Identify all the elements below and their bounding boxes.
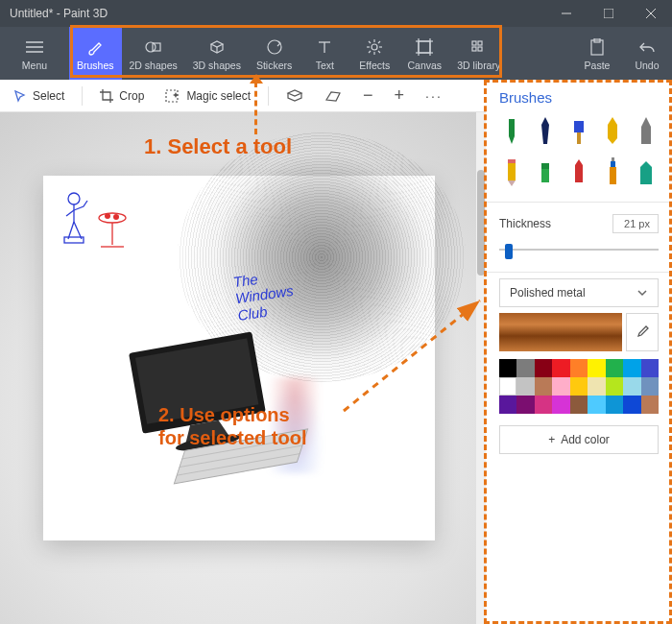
minimize-button[interactable] <box>545 0 588 27</box>
thickness-label: Thickness <box>499 217 551 230</box>
scrollbar-thumb[interactable] <box>477 170 485 276</box>
brush-watercolor[interactable] <box>599 115 625 148</box>
svg-rect-47 <box>577 132 581 144</box>
svg-point-38 <box>113 214 119 220</box>
palette-color[interactable] <box>623 377 640 396</box>
brush-eraser[interactable] <box>533 156 559 188</box>
brush-crayon[interactable] <box>566 156 592 188</box>
computer-drawing <box>120 329 322 502</box>
add-color-button[interactable]: + Add color <box>499 425 659 454</box>
svg-line-19 <box>369 51 371 53</box>
library-icon <box>470 36 488 58</box>
close-button[interactable] <box>630 0 672 27</box>
palette-color[interactable] <box>588 396 605 414</box>
maximize-button[interactable] <box>588 0 630 27</box>
tab-brushes[interactable]: Brushes <box>69 27 122 80</box>
tab-2d-shapes[interactable]: 2D shapes <box>122 27 185 80</box>
palette-color[interactable] <box>535 359 552 377</box>
tab-stickers[interactable]: Stickers <box>249 27 300 80</box>
thickness-value[interactable]: 21 px <box>612 214 659 233</box>
palette-color[interactable] <box>516 359 534 377</box>
palette-color[interactable] <box>516 377 534 396</box>
svg-line-20 <box>378 41 380 43</box>
palette-color[interactable] <box>516 396 534 414</box>
brush-grid <box>486 111 672 198</box>
slider-thumb[interactable] <box>505 244 513 259</box>
paste-icon <box>589 36 605 58</box>
palette-color[interactable] <box>552 396 569 414</box>
palette-color[interactable] <box>641 377 659 396</box>
current-color-swatch[interactable] <box>499 313 622 351</box>
brush-oil[interactable] <box>566 115 592 148</box>
svg-rect-1 <box>604 9 613 18</box>
tab-3d-shapes[interactable]: 3D shapes <box>185 27 249 80</box>
palette-color[interactable] <box>623 359 640 377</box>
svg-point-37 <box>105 213 110 219</box>
palette-color[interactable] <box>499 359 516 377</box>
annotation-arrow-1 <box>254 82 258 134</box>
palette-color[interactable] <box>641 396 659 414</box>
eyedropper-button[interactable] <box>626 313 659 351</box>
svg-rect-49 <box>541 163 549 169</box>
palette-color[interactable] <box>499 377 516 396</box>
tab-3d-library[interactable]: 3D library <box>449 27 508 80</box>
brush-pixel[interactable] <box>633 115 659 148</box>
svg-rect-50 <box>541 169 549 182</box>
svg-point-33 <box>68 193 80 204</box>
palette-color[interactable] <box>623 396 640 414</box>
menu-button[interactable]: Menu <box>0 27 69 80</box>
palette-color[interactable] <box>552 359 569 377</box>
crop-tool[interactable]: Crop <box>92 85 152 107</box>
undo-button[interactable]: Undo <box>622 27 672 80</box>
palette-color[interactable] <box>535 377 552 396</box>
svg-rect-46 <box>574 121 584 132</box>
thickness-slider[interactable] <box>499 243 659 256</box>
material-dropdown[interactable]: Polished metal <box>499 278 659 307</box>
brush-fill[interactable] <box>633 156 659 188</box>
annotation-arrow-2 <box>336 296 490 420</box>
palette-color[interactable] <box>552 377 569 396</box>
chevron-down-icon <box>636 287 648 299</box>
brush-pencil[interactable] <box>499 156 525 188</box>
brush-marker[interactable] <box>499 115 525 148</box>
palette-color[interactable] <box>641 359 659 377</box>
palette-color[interactable] <box>588 359 605 377</box>
svg-point-35 <box>99 213 126 223</box>
svg-rect-29 <box>478 47 482 51</box>
side-panel: Brushes Thickness 21 px Polished metal +… <box>486 80 672 624</box>
tab-canvas[interactable]: Canvas <box>399 27 449 80</box>
palette-color[interactable] <box>606 359 623 377</box>
svg-rect-48 <box>508 159 516 163</box>
tab-effects[interactable]: Effects <box>349 27 399 80</box>
view-3d-button[interactable] <box>278 85 311 107</box>
effects-icon <box>366 36 383 58</box>
palette-color[interactable] <box>535 396 552 414</box>
text-icon <box>317 36 332 58</box>
palette-color[interactable] <box>606 377 623 396</box>
magic-select-tool[interactable]: Magic select <box>157 85 258 107</box>
main-toolbar: Menu Brushes 2D shapes 3D shapes Sticker… <box>0 27 672 80</box>
view-flat-button[interactable] <box>317 85 349 107</box>
canvas-text: The Windows Club <box>232 266 297 324</box>
brush-icon <box>86 36 104 58</box>
svg-rect-54 <box>640 167 652 184</box>
zoom-out-button[interactable]: − <box>355 82 381 109</box>
palette-color[interactable] <box>499 396 516 414</box>
select-tool[interactable]: Select <box>6 85 72 107</box>
brush-spray[interactable] <box>599 156 625 188</box>
tab-text[interactable]: Text <box>300 27 349 80</box>
svg-rect-27 <box>478 41 482 45</box>
palette-color[interactable] <box>588 377 605 396</box>
brush-calligraphy[interactable] <box>533 115 559 148</box>
svg-rect-21 <box>419 41 430 53</box>
palette-color[interactable] <box>570 396 588 414</box>
palette-color[interactable] <box>570 359 588 377</box>
window-title: Untitled* - Paint 3D <box>10 7 108 20</box>
shapes-3d-icon <box>208 36 226 58</box>
palette-color[interactable] <box>570 377 588 396</box>
zoom-in-button[interactable]: + <box>387 82 413 109</box>
more-button[interactable]: ··· <box>418 84 450 108</box>
palette-color[interactable] <box>606 396 623 414</box>
svg-rect-52 <box>611 161 615 167</box>
paste-button[interactable]: Paste <box>572 27 622 80</box>
